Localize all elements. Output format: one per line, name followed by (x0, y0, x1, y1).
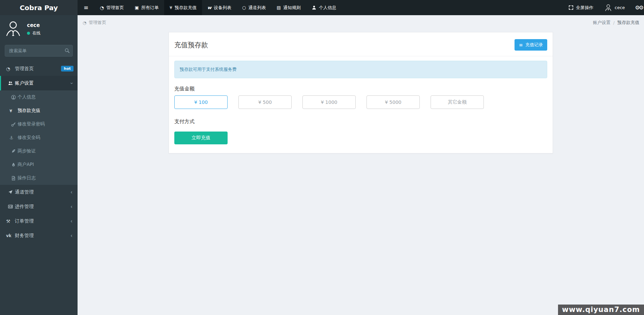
profile-label: 个人信息 (18, 94, 36, 100)
dashboard-icon: ◔ (6, 66, 15, 71)
breadcrumb-right: 账户设置 / 预存款充值 (593, 20, 639, 26)
sidebar-item-merchant-mgmt[interactable]: 进件管理 ‹ (0, 199, 78, 214)
online-status-label: 在线 (32, 30, 40, 36)
chevron-left-icon: ‹ (69, 189, 74, 195)
notify-icon: ▤ (276, 5, 281, 10)
twostep-label: 两步验证 (18, 148, 36, 154)
sidebar-item-deposit-recharge[interactable]: ¥ 预存款充值 (0, 104, 78, 117)
topnav-notify-rules[interactable]: ▤ 通知规则 (271, 0, 306, 15)
info-alert: 预存款可用于支付系统服务费 (174, 61, 547, 78)
yen-icon: ¥ (9, 109, 18, 113)
breadcrumb-left[interactable]: ◔ 管理首页 (83, 20, 106, 26)
recharge-now-button[interactable]: 立即充值 (174, 132, 228, 144)
sidebar-item-two-step[interactable]: 两步验证 (0, 144, 78, 158)
top-navigation: ≡ ◔ 管理首页 ▣ 所有订单 ¥ 预存款充值 w 设备列表 ○ 通道列表 (78, 0, 644, 15)
watermark: www.qiyuan7.com (558, 305, 644, 315)
topbar-username: cece (615, 5, 625, 10)
sidebar-item-dashboard[interactable]: ◔ 管理首页 hot (0, 61, 78, 76)
topnav-profile-label: 个人信息 (319, 5, 336, 11)
topnav-profile[interactable]: 个人信息 (306, 0, 342, 15)
sidebar-item-change-safecode[interactable]: ⚓ 修改安全码 (0, 131, 78, 144)
topnav-dashboard-label: 管理首页 (106, 5, 124, 11)
dashboard-icon: ◔ (83, 21, 86, 25)
amount-option-500[interactable]: ¥ 500 (238, 95, 292, 109)
sidebar-item-operation-log[interactable]: 操作日志 (0, 171, 78, 185)
online-status: 在线 (27, 30, 40, 36)
id-card-icon (6, 204, 15, 209)
topnav-deposit-label: 预存款充值 (175, 5, 197, 11)
sidebar-menu: ◔ 管理首页 hot 账户设置 ‹ 个人信息 ¥ 预存款充值 (0, 61, 78, 243)
search-icon[interactable] (64, 48, 70, 53)
breadcrumb-section[interactable]: 账户设置 (593, 20, 611, 26)
sidebar-item-order-mgmt[interactable]: ⚒ 订单管理 ‹ (0, 214, 78, 228)
records-button-label: 充值记录 (525, 42, 543, 48)
dashboard-icon: ◔ (100, 5, 104, 10)
vk-icon: vk (6, 234, 15, 238)
topbar-user-menu[interactable]: cece (599, 0, 630, 15)
account-settings-label: 账户设置 (15, 80, 69, 86)
chevron-left-icon: ‹ (69, 218, 74, 224)
topnav-orders-label: 所有订单 (141, 5, 159, 11)
treeview-account: 账户设置 ‹ 个人信息 ¥ 预存款充值 修改登录密码 (0, 76, 78, 185)
key-icon (9, 122, 18, 127)
breadcrumb-current: 预存款充值 (617, 20, 639, 26)
sidebar-item-profile[interactable]: 个人信息 (0, 90, 78, 104)
sidebar-username: cece (27, 22, 40, 28)
amount-option-5000[interactable]: ¥ 5000 (367, 95, 420, 109)
amount-option-1000[interactable]: ¥ 1000 (302, 95, 356, 109)
payment-method-label: 支付方式 (174, 118, 547, 125)
account-submenu: 个人信息 ¥ 预存款充值 修改登录密码 ⚓ 修改安全码 (0, 90, 78, 185)
sidebar-item-merchant-api[interactable]: 商户API (0, 158, 78, 171)
sidebar-item-finance-mgmt[interactable]: vk 财务管理 ‹ (0, 228, 78, 243)
chevron-down-icon: ‹ (68, 81, 75, 85)
brand-logo[interactable]: Cobra Pay (0, 0, 78, 15)
settings-button[interactable]: ⚙⚙ (630, 0, 644, 15)
recharge-records-button[interactable]: ≡ 充值记录 (515, 39, 547, 51)
api-label: 商户API (18, 162, 34, 168)
topnav-channels-label: 通道列表 (248, 5, 266, 11)
search-input[interactable] (5, 45, 73, 57)
yen-icon: ¥ (170, 5, 172, 10)
paper-plane-icon (6, 190, 15, 195)
amount-label: 充值金额 (174, 86, 547, 92)
finance-mgmt-label: 财务管理 (15, 233, 69, 239)
breadcrumb-home-label: 管理首页 (89, 20, 106, 26)
chevron-left-icon: ‹ (69, 204, 74, 210)
breadcrumb-separator: / (613, 20, 615, 25)
hamburger-icon: ≡ (84, 5, 88, 10)
sidebar-item-change-password[interactable]: 修改登录密码 (0, 117, 78, 131)
anchor-icon: ⚓ (9, 136, 18, 140)
order-mgmt-label: 订单管理 (15, 218, 69, 224)
sidebar-item-account-settings[interactable]: 账户设置 ‹ (0, 76, 78, 90)
amount-option-other[interactable]: 其它金额 (431, 95, 484, 109)
topbar-right: 全屏操作 cece ⚙⚙ (563, 0, 644, 15)
topnav-all-orders[interactable]: ▣ 所有订单 (129, 0, 164, 15)
topbar: Cobra Pay ≡ ◔ 管理首页 ▣ 所有订单 ¥ 预存款充值 w 设备列表… (0, 0, 644, 15)
drop-icon (9, 162, 18, 167)
topnav-deposit-recharge[interactable]: ¥ 预存款充值 (164, 0, 202, 15)
sidebar: cece 在线 ◔ 管理首页 hot 账户设置 ‹ (0, 15, 78, 315)
sidebar-toggle-button[interactable]: ≡ (78, 0, 94, 15)
topnav-dashboard[interactable]: ◔ 管理首页 (94, 0, 129, 15)
user-panel: cece 在线 (0, 15, 78, 42)
fullscreen-button[interactable]: 全屏操作 (563, 0, 599, 15)
list-icon: ≡ (519, 42, 523, 47)
app-screen: Cobra Pay ≡ ◔ 管理首页 ▣ 所有订单 ¥ 预存款充值 w 设备列表… (0, 0, 644, 315)
user-icon (312, 5, 317, 10)
recharge-card: 充值预存款 ≡ 充值记录 预存款可用于支付系统服务费 充值金额 ¥ 100 ¥ … (169, 32, 553, 153)
topnav-notify-label: 通知规则 (283, 5, 301, 11)
amount-option-100[interactable]: ¥ 100 (174, 95, 228, 109)
topnav-device-list[interactable]: w 设备列表 (202, 0, 237, 15)
topnav-channel-list[interactable]: ○ 通道列表 (237, 0, 271, 15)
breadcrumb: ◔ 管理首页 账户设置 / 预存款充值 (78, 15, 644, 29)
sidebar-dashboard-label: 管理首页 (15, 66, 61, 72)
sidebar-item-channel-mgmt[interactable]: 通道管理 ‹ (0, 185, 78, 199)
channel-mgmt-label: 通道管理 (15, 189, 69, 195)
card-header: 充值预存款 ≡ 充值记录 (169, 32, 553, 56)
file-icon (9, 176, 18, 181)
sidebar-search (5, 45, 73, 57)
page-title: 充值预存款 (174, 40, 208, 50)
chevron-left-icon: ‹ (69, 233, 74, 239)
channel-icon: ○ (242, 5, 246, 10)
fullscreen-label: 全屏操作 (576, 5, 593, 11)
